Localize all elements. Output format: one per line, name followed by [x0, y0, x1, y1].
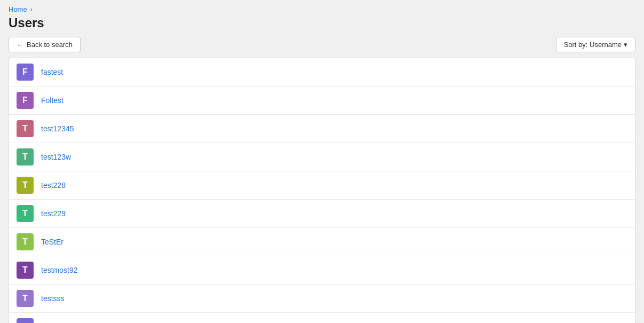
- page-title: Users: [9, 15, 635, 30]
- avatar: T: [17, 205, 34, 222]
- user-row[interactable]: TTeStEr: [9, 228, 635, 256]
- user-row[interactable]: Ffastest: [9, 58, 635, 86]
- breadcrumb-separator: ›: [30, 6, 33, 13]
- user-row[interactable]: FFoltest: [9, 86, 635, 115]
- avatar: T: [17, 120, 34, 137]
- breadcrumb-home[interactable]: Home: [9, 5, 27, 13]
- back-label: Back to search: [27, 41, 73, 49]
- avatar: T: [17, 177, 34, 194]
- user-row[interactable]: Ttestmost92: [9, 256, 635, 285]
- user-row[interactable]: Ttestsss: [9, 285, 635, 313]
- user-row[interactable]: Ttest12345: [9, 115, 635, 143]
- username-label[interactable]: test12345: [41, 124, 74, 133]
- username-label[interactable]: test123w: [41, 153, 71, 161]
- sort-button[interactable]: Sort by: Username ▾: [556, 37, 635, 52]
- user-row[interactable]: Ttestssss: [9, 313, 635, 323]
- avatar: T: [17, 290, 34, 307]
- username-label[interactable]: Foltest: [41, 96, 63, 105]
- avatar: T: [17, 148, 34, 166]
- username-label[interactable]: testmost92: [41, 266, 77, 274]
- toolbar: ← Back to search Sort by: Username ▾: [9, 37, 635, 52]
- arrow-left-icon: ←: [17, 41, 23, 49]
- avatar: T: [17, 233, 34, 250]
- breadcrumb: Home ›: [9, 5, 635, 13]
- user-row[interactable]: Ttest123w: [9, 143, 635, 171]
- back-to-search-button[interactable]: ← Back to search: [9, 37, 81, 52]
- username-label[interactable]: testsss: [41, 294, 65, 303]
- avatar: T: [17, 262, 34, 279]
- sort-label: Sort by: Username: [564, 41, 622, 49]
- user-row[interactable]: Ttest228: [9, 171, 635, 200]
- chevron-down-icon: ▾: [624, 41, 627, 49]
- avatar: F: [17, 64, 34, 81]
- username-label[interactable]: TeStEr: [41, 238, 63, 246]
- username-label[interactable]: test228: [41, 181, 66, 190]
- username-label[interactable]: test229: [41, 209, 66, 218]
- username-label[interactable]: fastest: [41, 68, 63, 76]
- avatar: F: [17, 92, 34, 109]
- users-list: FfastestFFoltestTtest12345Ttest123wTtest…: [9, 58, 635, 323]
- user-row[interactable]: Ttest229: [9, 200, 635, 228]
- page-container: Home › Users ← Back to search Sort by: U…: [0, 0, 644, 323]
- avatar: T: [17, 318, 34, 323]
